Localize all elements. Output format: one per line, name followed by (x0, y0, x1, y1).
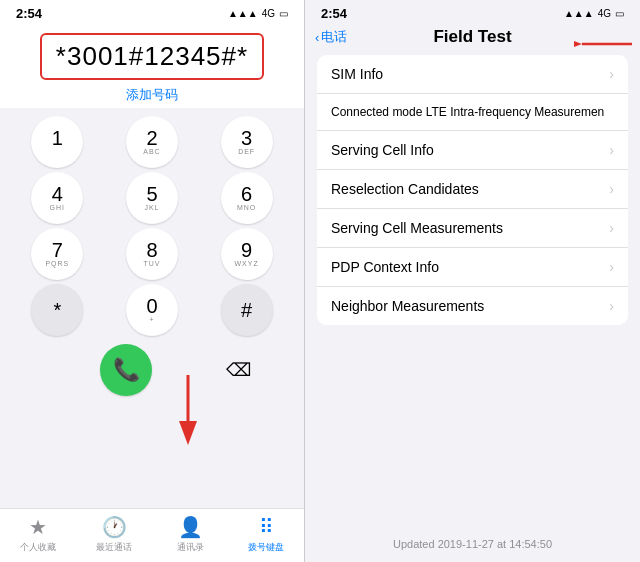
dial-btn-2[interactable]: 2 ABC (126, 116, 178, 168)
menu-item-pdp-context[interactable]: PDP Context Info › (317, 248, 628, 287)
call-icon: 📞 (113, 359, 140, 381)
serving-cell-info-chevron: › (609, 142, 614, 158)
dialpad: 1 2 ABC 3 DEF 4 GHI 5 JKL 6 (0, 108, 304, 508)
status-icons-left: ▲▲▲ 4G ▭ (228, 8, 288, 19)
connected-lte-label: Connected mode LTE Intra-frequency Measu… (331, 105, 604, 119)
dial-btn-1[interactable]: 1 (31, 116, 83, 168)
serving-cell-measurements-label: Serving Cell Measurements (331, 220, 503, 236)
contacts-icon: 👤 (178, 515, 203, 539)
dial-btn-3[interactable]: 3 DEF (221, 116, 273, 168)
signal-icon: ▲▲▲ (228, 8, 258, 19)
dial-row-3: 7 PQRS 8 TUV 9 WXYZ (14, 228, 290, 280)
dial-btn-star[interactable]: * (31, 284, 83, 336)
bottom-nav: ★ 个人收藏 🕐 最近通话 👤 通讯录 ⠿ 拨号键盘 (0, 508, 304, 562)
sim-info-chevron: › (609, 66, 614, 82)
neighbor-chevron: › (609, 298, 614, 314)
call-row: 📞 ⌫ (14, 344, 290, 396)
menu-item-neighbor[interactable]: Neighbor Measurements › (317, 287, 628, 325)
dial-display: *3001#12345#* 添加号码 (0, 25, 304, 108)
sim-info-label: SIM Info (331, 66, 383, 82)
nav-contacts[interactable]: 👤 通讯录 (152, 515, 228, 554)
dial-row-4: * 0 + # (14, 284, 290, 336)
dial-btn-9[interactable]: 9 WXYZ (221, 228, 273, 280)
pdp-context-chevron: › (609, 259, 614, 275)
right-panel: 2:54 ▲▲▲ 4G ▭ ‹ 电话 Field Test SIM Info › (305, 0, 640, 562)
dial-btn-hash[interactable]: # (221, 284, 273, 336)
status-icons-right: ▲▲▲ 4G ▭ (564, 8, 624, 19)
serving-cell-info-label: Serving Cell Info (331, 142, 434, 158)
pdp-context-label: PDP Context Info (331, 259, 439, 275)
menu-item-serving-cell-measurements[interactable]: Serving Cell Measurements › (317, 209, 628, 248)
nav-keypad[interactable]: ⠿ 拨号键盘 (228, 515, 304, 554)
recents-label: 最近通话 (96, 541, 132, 554)
reselection-label: Reselection Candidates (331, 181, 479, 197)
time-left: 2:54 (16, 6, 42, 21)
battery-icon-right: ▭ (615, 8, 624, 19)
call-button[interactable]: 📞 (100, 344, 152, 396)
spacer-left (14, 344, 66, 396)
delete-button[interactable]: ⌫ (212, 344, 264, 396)
neighbor-label: Neighbor Measurements (331, 298, 484, 314)
dial-btn-7[interactable]: 7 PQRS (31, 228, 83, 280)
keypad-label: 拨号键盘 (248, 541, 284, 554)
dial-btn-5[interactable]: 5 JKL (126, 172, 178, 224)
menu-item-sim-info[interactable]: SIM Info › (317, 55, 628, 94)
signal-icon-right: ▲▲▲ (564, 8, 594, 19)
reselection-chevron: › (609, 181, 614, 197)
menu-item-connected-lte[interactable]: Connected mode LTE Intra-frequency Measu… (317, 94, 628, 131)
battery-icon: ▭ (279, 8, 288, 19)
menu-item-serving-cell-info[interactable]: Serving Cell Info › (317, 131, 628, 170)
status-bar-left: 2:54 ▲▲▲ 4G ▭ (0, 0, 304, 25)
menu-item-reselection[interactable]: Reselection Candidates › (317, 170, 628, 209)
updated-timestamp: Updated 2019-11-27 at 14:54:50 (305, 526, 640, 562)
back-icon: ‹ (315, 30, 319, 45)
time-right: 2:54 (321, 6, 347, 21)
add-number-link[interactable]: 添加号码 (126, 86, 178, 104)
delete-icon: ⌫ (226, 359, 251, 381)
dial-btn-4[interactable]: 4 GHI (31, 172, 83, 224)
nav-recents[interactable]: 🕐 最近通话 (76, 515, 152, 554)
network-type-right: 4G (598, 8, 611, 19)
dial-row-1: 1 2 ABC 3 DEF (14, 116, 290, 168)
page-title: Field Test (433, 27, 511, 47)
dial-btn-0[interactable]: 0 + (126, 284, 178, 336)
field-test-header: ‹ 电话 Field Test (305, 25, 640, 55)
dial-btn-6[interactable]: 6 MNO (221, 172, 273, 224)
favorites-icon: ★ (29, 515, 47, 539)
dial-btn-8[interactable]: 8 TUV (126, 228, 178, 280)
back-label: 电话 (321, 28, 347, 46)
nav-favorites[interactable]: ★ 个人收藏 (0, 515, 76, 554)
recents-icon: 🕐 (102, 515, 127, 539)
network-type: 4G (262, 8, 275, 19)
contacts-label: 通讯录 (177, 541, 204, 554)
status-bar-right: 2:54 ▲▲▲ 4G ▭ (305, 0, 640, 25)
menu-list: SIM Info › Connected mode LTE Intra-freq… (317, 55, 628, 325)
back-button[interactable]: ‹ 电话 (315, 28, 347, 46)
left-phone: 2:54 ▲▲▲ 4G ▭ *3001#12345#* 添加号码 1 2 ABC… (0, 0, 305, 562)
dial-row-2: 4 GHI 5 JKL 6 MNO (14, 172, 290, 224)
keypad-icon: ⠿ (259, 515, 274, 539)
serving-cell-measurements-chevron: › (609, 220, 614, 236)
dial-number: *3001#12345#* (40, 33, 264, 80)
favorites-label: 个人收藏 (20, 541, 56, 554)
right-arrow-annotation (574, 33, 634, 55)
